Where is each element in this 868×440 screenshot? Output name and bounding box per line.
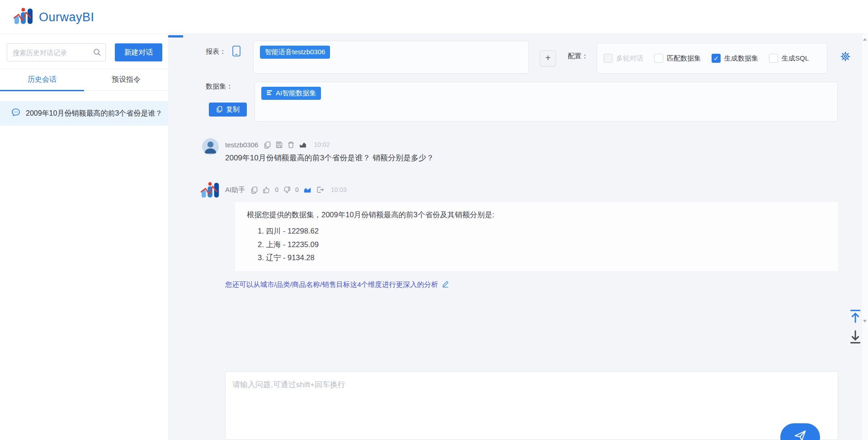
report-tag-label: 智能语音testzb0306	[265, 48, 325, 56]
question-input-card	[225, 371, 838, 440]
sidebar: 新建对话 历史会话 预设指令 2009年10月份销额最高的前3个省份是谁？销额分…	[0, 34, 168, 440]
history-item-label: 2009年10月份销额最高的前3个省份是谁？销额分别是多少？	[26, 109, 161, 118]
sidebar-tabs: 历史会话 预设指令	[0, 69, 168, 91]
gear-icon[interactable]	[840, 51, 851, 64]
user-avatar	[202, 138, 219, 155]
history-list-item[interactable]: 2009年10月份销额最高的前3个省份是谁？销额分别是多少？	[0, 101, 168, 126]
checkbox-generate-dataset-label: 生成数据集	[724, 54, 758, 63]
tab-history[interactable]: 历史会话	[0, 69, 84, 90]
report-tag[interactable]: 智能语音testzb0306	[260, 46, 330, 59]
chat-bubble-icon	[11, 108, 21, 119]
dataset-tag[interactable]: AI智能数据集	[261, 87, 321, 100]
suggestion-link[interactable]: 您还可以从城市/品类/商品名称/销售目标这4个维度进行更深入的分析	[225, 280, 449, 290]
dataset-label: 数据集：	[206, 82, 233, 91]
thumb-down-icon[interactable]	[283, 186, 291, 194]
search-icon[interactable]	[93, 48, 102, 59]
delete-icon[interactable]	[287, 141, 295, 149]
ai-message-card: 根据您提供的数据集，2009年10月份销额最高的前3个省份及其销额分别是: 1.…	[235, 202, 838, 271]
scrollbar-down-arrow[interactable]	[863, 320, 867, 323]
accent-bar	[168, 35, 183, 37]
brand-logo: OurwayBI	[14, 6, 94, 28]
tab-preset-commands[interactable]: 预设指令	[84, 69, 168, 90]
copy-message-icon[interactable]	[250, 186, 258, 194]
search-input[interactable]	[7, 43, 106, 61]
new-chat-button[interactable]: 新建对话	[115, 43, 162, 61]
ai-message-author: AI助手	[225, 186, 245, 194]
checkbox-generate-dataset-box[interactable]	[712, 54, 721, 63]
dataset-icon	[266, 89, 273, 97]
edit-icon[interactable]	[442, 280, 449, 290]
checkbox-multi-turn-box[interactable]	[604, 54, 613, 63]
checkbox-match-dataset[interactable]: 匹配数据集	[654, 54, 701, 63]
list-item: 1. 四川 - 12298.62	[258, 225, 319, 238]
chart-blue-icon[interactable]	[303, 186, 312, 194]
scrollbar-up-arrow[interactable]	[863, 38, 867, 41]
ai-message-time: 10:03	[331, 186, 347, 193]
checkbox-multi-turn[interactable]: 多轮对话	[604, 54, 643, 63]
checkbox-match-dataset-label: 匹配数据集	[667, 54, 701, 63]
copy-message-icon[interactable]	[264, 141, 271, 149]
checkbox-multi-turn-label: 多轮对话	[616, 54, 643, 63]
ai-avatar	[201, 181, 221, 200]
checkbox-generate-dataset[interactable]: 生成数据集	[712, 54, 758, 63]
user-message-time: 10:02	[314, 141, 330, 148]
list-item: 3. 辽宁 - 9134.28	[258, 251, 319, 265]
save-icon[interactable]	[275, 141, 283, 149]
suggestion-text: 您还可以从城市/品类/商品名称/销售目标这4个维度进行更深入的分析	[225, 280, 438, 290]
dataset-box: AI智能数据集	[255, 82, 838, 122]
ai-message-header: AI助手 0 0	[225, 185, 347, 195]
checkbox-match-dataset-box[interactable]	[654, 54, 663, 63]
report-label: 报表：	[206, 47, 226, 56]
checkbox-generate-sql-box[interactable]	[769, 54, 778, 63]
main-panel: 报表： 智能语音testzb0306 + 配置： 多轮对话 匹配数据集 生成数据…	[168, 34, 861, 440]
top-bar: OurwayBI	[0, 0, 868, 34]
user-message-author: testzb0306	[225, 141, 258, 149]
vertical-scrollbar[interactable]	[861, 34, 868, 440]
ai-message-list: 1. 四川 - 12298.62 2. 上海 - 12235.09 3. 辽宁 …	[258, 225, 319, 265]
send-icon	[793, 429, 807, 440]
chart-icon[interactable]	[299, 141, 307, 149]
add-button[interactable]: +	[540, 50, 556, 66]
likes-count: 0	[275, 186, 278, 193]
dataset-tag-label: AI智能数据集	[276, 89, 316, 98]
tablet-icon[interactable]	[232, 45, 241, 59]
thumb-up-icon[interactable]	[262, 186, 271, 194]
copy-icon	[216, 106, 223, 114]
copy-button-label: 复制	[226, 105, 240, 114]
user-message-header: testzb0306 10:02	[225, 140, 330, 150]
send-button[interactable]	[780, 423, 820, 440]
export-icon[interactable]	[316, 186, 324, 194]
dislikes-count: 0	[295, 186, 299, 193]
ai-message-intro: 根据您提供的数据集，2009年10月份销额最高的前3个省份及其销额分别是:	[247, 210, 494, 220]
config-label: 配置：	[568, 52, 588, 61]
checkbox-generate-sql-label: 生成SQL	[782, 54, 809, 63]
question-input[interactable]	[226, 372, 838, 440]
user-message-text: 2009年10月份销额最高的前3个省份是谁？ 销额分别是多少？	[225, 153, 434, 163]
copy-button[interactable]: 复制	[209, 103, 247, 117]
config-box: 多轮对话 匹配数据集 生成数据集 生成SQL	[597, 43, 827, 74]
brand-name: OurwayBI	[39, 10, 94, 24]
report-box: 智能语音testzb0306	[253, 41, 529, 74]
logo-mark-icon	[14, 6, 34, 28]
checkbox-generate-sql[interactable]: 生成SQL	[769, 54, 809, 63]
list-item: 2. 上海 - 12235.09	[258, 238, 319, 252]
